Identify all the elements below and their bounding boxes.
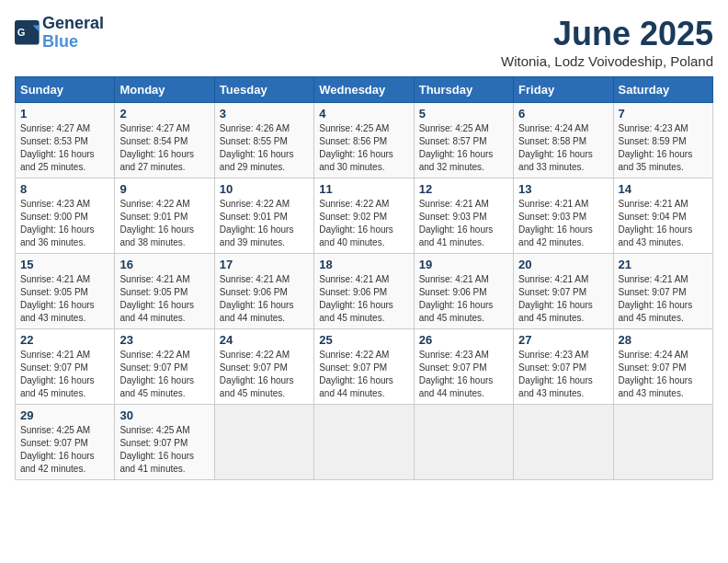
calendar-cell: 21Sunrise: 4:21 AM Sunset: 9:07 PM Dayli…	[613, 254, 712, 329]
day-info: Sunrise: 4:21 AM Sunset: 9:06 PM Dayligh…	[419, 273, 508, 325]
day-info: Sunrise: 4:24 AM Sunset: 9:07 PM Dayligh…	[619, 349, 708, 400]
calendar-cell: 17Sunrise: 4:21 AM Sunset: 9:06 PM Dayli…	[214, 254, 313, 329]
col-tuesday: Tuesday	[214, 77, 313, 103]
calendar-cell: 18Sunrise: 4:21 AM Sunset: 9:06 PM Dayli…	[314, 254, 414, 329]
day-number: 17	[220, 258, 309, 271]
calendar-cell: 5Sunrise: 4:25 AM Sunset: 8:57 PM Daylig…	[414, 103, 513, 178]
day-number: 30	[119, 408, 209, 422]
calendar-cell: 4Sunrise: 4:25 AM Sunset: 8:56 PM Daylig…	[314, 103, 414, 178]
calendar-cell: 29Sunrise: 4:25 AM Sunset: 9:07 PM Dayli…	[16, 405, 115, 480]
day-number: 18	[319, 258, 408, 271]
day-number: 22	[20, 333, 109, 347]
day-number: 23	[119, 333, 209, 347]
day-number: 9	[119, 182, 209, 196]
calendar-row: 29Sunrise: 4:25 AM Sunset: 9:07 PM Dayli…	[16, 405, 713, 480]
col-monday: Monday	[115, 77, 214, 103]
day-number: 10	[220, 182, 309, 196]
day-number: 7	[619, 107, 708, 121]
day-info: Sunrise: 4:23 AM Sunset: 9:07 PM Dayligh…	[518, 349, 608, 400]
day-info: Sunrise: 4:22 AM Sunset: 9:07 PM Dayligh…	[119, 349, 209, 400]
day-number: 13	[518, 182, 608, 196]
header-row: Sunday Monday Tuesday Wednesday Thursday…	[16, 77, 713, 103]
calendar-cell: 26Sunrise: 4:23 AM Sunset: 9:07 PM Dayli…	[414, 329, 513, 405]
day-number: 2	[119, 107, 209, 121]
calendar-cell: 7Sunrise: 4:23 AM Sunset: 8:59 PM Daylig…	[613, 103, 712, 178]
day-info: Sunrise: 4:22 AM Sunset: 9:01 PM Dayligh…	[119, 198, 209, 249]
calendar-cell: 8Sunrise: 4:23 AM Sunset: 9:00 PM Daylig…	[16, 178, 115, 254]
day-info: Sunrise: 4:21 AM Sunset: 9:07 PM Dayligh…	[20, 349, 109, 400]
calendar-cell	[613, 405, 712, 480]
day-info: Sunrise: 4:21 AM Sunset: 9:06 PM Dayligh…	[319, 273, 408, 325]
day-info: Sunrise: 4:21 AM Sunset: 9:03 PM Dayligh…	[419, 198, 508, 249]
day-info: Sunrise: 4:27 AM Sunset: 8:54 PM Dayligh…	[119, 122, 209, 174]
day-number: 5	[419, 107, 508, 121]
day-info: Sunrise: 4:21 AM Sunset: 9:06 PM Dayligh…	[220, 273, 309, 325]
calendar-cell: 20Sunrise: 4:21 AM Sunset: 9:07 PM Dayli…	[514, 254, 613, 329]
logo-icon: G	[15, 20, 40, 46]
day-number: 11	[319, 182, 408, 196]
calendar-row: 15Sunrise: 4:21 AM Sunset: 9:05 PM Dayli…	[16, 254, 713, 329]
calendar-cell	[314, 405, 414, 480]
day-info: Sunrise: 4:22 AM Sunset: 9:02 PM Dayligh…	[319, 198, 408, 249]
calendar-subtitle: Witonia, Lodz Voivodeship, Poland	[501, 53, 713, 69]
day-info: Sunrise: 4:21 AM Sunset: 9:05 PM Dayligh…	[119, 273, 209, 325]
day-number: 16	[119, 258, 209, 271]
day-info: Sunrise: 4:23 AM Sunset: 8:59 PM Dayligh…	[619, 122, 708, 174]
calendar-cell: 15Sunrise: 4:21 AM Sunset: 9:05 PM Dayli…	[16, 254, 115, 329]
day-number: 12	[419, 182, 508, 196]
col-saturday: Saturday	[613, 77, 712, 103]
day-number: 28	[619, 333, 708, 347]
day-number: 6	[518, 107, 608, 121]
day-info: Sunrise: 4:21 AM Sunset: 9:05 PM Dayligh…	[20, 273, 109, 325]
svg-text:G: G	[17, 27, 26, 38]
day-number: 26	[419, 333, 508, 347]
calendar-cell: 10Sunrise: 4:22 AM Sunset: 9:01 PM Dayli…	[214, 178, 313, 254]
day-number: 20	[518, 258, 608, 271]
day-info: Sunrise: 4:21 AM Sunset: 9:04 PM Dayligh…	[619, 198, 708, 249]
col-thursday: Thursday	[414, 77, 513, 103]
calendar-cell: 11Sunrise: 4:22 AM Sunset: 9:02 PM Dayli…	[314, 178, 414, 254]
day-info: Sunrise: 4:25 AM Sunset: 8:56 PM Dayligh…	[319, 122, 408, 174]
col-wednesday: Wednesday	[314, 77, 414, 103]
day-info: Sunrise: 4:22 AM Sunset: 9:07 PM Dayligh…	[319, 349, 408, 400]
day-info: Sunrise: 4:23 AM Sunset: 9:07 PM Dayligh…	[419, 349, 508, 400]
calendar-table: Sunday Monday Tuesday Wednesday Thursday…	[15, 76, 713, 480]
day-number: 3	[220, 107, 309, 121]
day-number: 8	[20, 182, 109, 196]
logo: G General Blue	[15, 15, 104, 52]
day-number: 19	[419, 258, 508, 271]
logo-text: General Blue	[42, 15, 104, 52]
calendar-cell	[514, 405, 613, 480]
day-info: Sunrise: 4:25 AM Sunset: 9:07 PM Dayligh…	[20, 424, 109, 476]
day-number: 27	[518, 333, 608, 347]
col-friday: Friday	[514, 77, 613, 103]
day-info: Sunrise: 4:21 AM Sunset: 9:03 PM Dayligh…	[518, 198, 608, 249]
day-number: 24	[220, 333, 309, 347]
day-number: 21	[619, 258, 708, 271]
calendar-cell: 22Sunrise: 4:21 AM Sunset: 9:07 PM Dayli…	[16, 329, 115, 405]
calendar-row: 8Sunrise: 4:23 AM Sunset: 9:00 PM Daylig…	[16, 178, 713, 254]
day-info: Sunrise: 4:25 AM Sunset: 9:07 PM Dayligh…	[119, 424, 209, 476]
calendar-cell: 3Sunrise: 4:26 AM Sunset: 8:55 PM Daylig…	[214, 103, 313, 178]
calendar-row: 1Sunrise: 4:27 AM Sunset: 8:53 PM Daylig…	[16, 103, 713, 178]
day-number: 29	[20, 408, 109, 422]
calendar-cell: 13Sunrise: 4:21 AM Sunset: 9:03 PM Dayli…	[514, 178, 613, 254]
day-number: 15	[20, 258, 109, 271]
calendar-cell	[414, 405, 513, 480]
day-info: Sunrise: 4:21 AM Sunset: 9:07 PM Dayligh…	[518, 273, 608, 325]
calendar-cell: 19Sunrise: 4:21 AM Sunset: 9:06 PM Dayli…	[414, 254, 513, 329]
calendar-row: 22Sunrise: 4:21 AM Sunset: 9:07 PM Dayli…	[16, 329, 713, 405]
calendar-title: June 2025	[501, 15, 713, 53]
day-info: Sunrise: 4:25 AM Sunset: 8:57 PM Dayligh…	[419, 122, 508, 174]
day-number: 4	[319, 107, 408, 121]
calendar-cell: 23Sunrise: 4:22 AM Sunset: 9:07 PM Dayli…	[115, 329, 214, 405]
calendar-cell: 14Sunrise: 4:21 AM Sunset: 9:04 PM Dayli…	[613, 178, 712, 254]
calendar-cell: 27Sunrise: 4:23 AM Sunset: 9:07 PM Dayli…	[514, 329, 613, 405]
calendar-cell: 6Sunrise: 4:24 AM Sunset: 8:58 PM Daylig…	[514, 103, 613, 178]
page-header: G General Blue June 2025 Witonia, Lodz V…	[15, 15, 713, 69]
calendar-cell: 12Sunrise: 4:21 AM Sunset: 9:03 PM Dayli…	[414, 178, 513, 254]
day-info: Sunrise: 4:26 AM Sunset: 8:55 PM Dayligh…	[220, 122, 309, 174]
calendar-cell: 30Sunrise: 4:25 AM Sunset: 9:07 PM Dayli…	[115, 405, 214, 480]
calendar-cell: 1Sunrise: 4:27 AM Sunset: 8:53 PM Daylig…	[16, 103, 115, 178]
calendar-cell: 9Sunrise: 4:22 AM Sunset: 9:01 PM Daylig…	[115, 178, 214, 254]
